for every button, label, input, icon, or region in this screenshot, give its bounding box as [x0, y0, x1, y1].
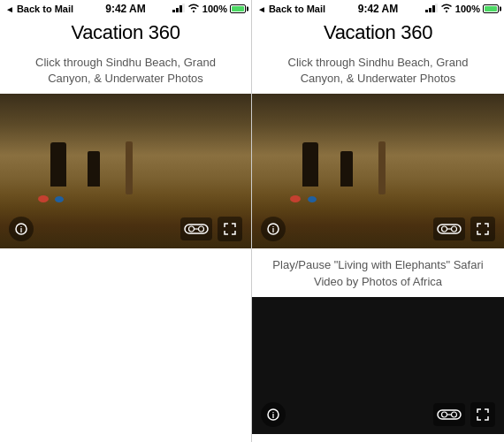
controls-right-2 — [433, 217, 495, 241]
status-bar-2: ◄ Back to Mail 9:42 AM 100% — [252, 0, 504, 18]
controls-right-1 — [180, 217, 242, 241]
status-right-1: 100% — [172, 4, 246, 14]
svg-rect-10 — [425, 10, 428, 12]
video-caption-2: Play/Pause "Living with Elephants" Safar… — [252, 248, 504, 296]
info-button-1[interactable]: i — [9, 217, 34, 241]
svg-text:i: i — [272, 225, 275, 234]
status-bar-1: ◄ Back to Mail 9:42 AM 100% — [0, 0, 251, 18]
post-2 — [378, 141, 386, 194]
vr-button-2[interactable] — [433, 217, 465, 240]
wifi-icon-1 — [187, 4, 200, 14]
expand-button-2[interactable] — [470, 217, 495, 241]
expand-button-video-2[interactable] — [470, 402, 495, 427]
svg-text:i: i — [20, 225, 23, 234]
phone-panel-2: ◄ Back to Mail 9:42 AM 100% — [252, 0, 504, 442]
figure-left-1 — [50, 142, 66, 187]
vr-button-1[interactable] — [180, 217, 212, 240]
svg-point-24 — [452, 412, 457, 417]
status-time-2: 9:42 AM — [358, 3, 399, 15]
app-title-2: Vacation 360 — [261, 21, 495, 44]
beach-image-container-1[interactable]: i — [0, 94, 251, 248]
post-1 — [126, 141, 133, 194]
subtitle-1: Click through Sindhu Beach, Grand Canyon… — [0, 50, 251, 94]
svg-point-18 — [452, 226, 457, 232]
signal-icon-1 — [172, 4, 185, 14]
status-time-1: 9:42 AM — [105, 3, 146, 15]
back-arrow-icon-2: ◄ — [257, 4, 266, 14]
shoes-right-2 — [308, 196, 317, 202]
figure-right-2 — [340, 151, 353, 187]
svg-rect-0 — [172, 10, 175, 12]
wifi-icon-2 — [440, 4, 453, 14]
status-right-2: 100% — [425, 4, 499, 14]
figure-left-2 — [302, 142, 318, 187]
video-player-2[interactable]: i — [252, 297, 504, 434]
shoes-left-1 — [38, 195, 49, 202]
image-overlay-2: i — [252, 217, 504, 241]
info-button-2[interactable]: i — [261, 217, 286, 241]
svg-rect-12 — [432, 5, 435, 12]
battery-icon-1 — [230, 4, 246, 13]
svg-point-8 — [199, 226, 204, 232]
app-header-2: Vacation 360 — [252, 18, 504, 50]
battery-icon-2 — [483, 4, 499, 13]
svg-point-17 — [442, 226, 447, 232]
svg-rect-3 — [182, 4, 185, 12]
beach-image-container-2[interactable]: i — [252, 94, 504, 248]
svg-rect-1 — [176, 8, 179, 12]
battery-label-2: 100% — [455, 4, 480, 14]
svg-rect-13 — [435, 4, 438, 12]
info-button-video-2[interactable]: i — [261, 402, 286, 427]
phone-panel-1: ◄ Back to Mail 9:42 AM 100% — [0, 0, 252, 442]
signal-icon-2 — [425, 4, 438, 14]
back-to-mail-1[interactable]: ◄ Back to Mail — [5, 4, 73, 14]
shoes-left-2 — [290, 195, 301, 202]
svg-text:i: i — [272, 411, 275, 420]
svg-rect-2 — [179, 5, 182, 12]
expand-button-1[interactable] — [218, 217, 242, 241]
shoes-right-1 — [55, 196, 64, 202]
back-arrow-icon-1: ◄ — [5, 4, 14, 14]
svg-point-23 — [442, 412, 447, 417]
battery-label-1: 100% — [202, 4, 227, 14]
vr-button-video-2[interactable] — [433, 403, 465, 426]
svg-rect-11 — [429, 8, 431, 12]
app-header-1: Vacation 360 — [0, 18, 251, 50]
back-to-mail-2[interactable]: ◄ Back to Mail — [257, 4, 325, 14]
subtitle-2: Click through Sindhu Beach, Grand Canyon… — [252, 50, 504, 94]
svg-point-7 — [189, 226, 195, 232]
figure-right-1 — [88, 151, 100, 187]
bottom-content-1 — [0, 248, 251, 442]
app-title-1: Vacation 360 — [9, 21, 242, 44]
image-overlay-1: i — [0, 217, 251, 241]
